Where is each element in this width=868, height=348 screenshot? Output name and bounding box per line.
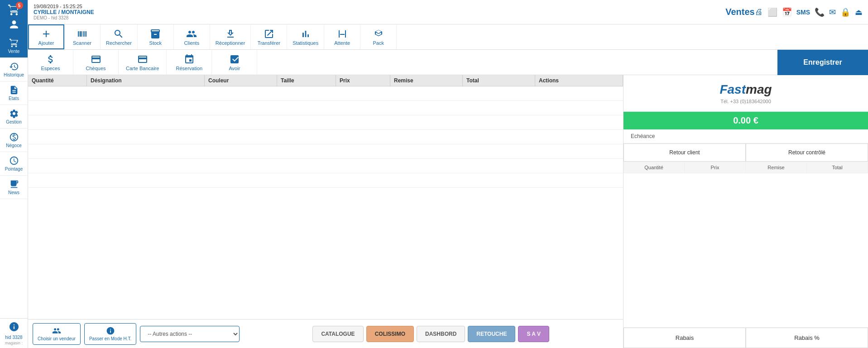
- right-col-prix: Prix: [685, 162, 746, 173]
- quick-btn-catalogue[interactable]: CATALOGUE: [312, 326, 363, 342]
- toolbar-btn-clients[interactable]: Clients: [174, 24, 210, 49]
- exit-icon[interactable]: ⏏: [855, 7, 863, 17]
- table-body: [28, 86, 623, 319]
- payment-btn-reservation[interactable]: Réservation: [167, 50, 212, 75]
- sidebar-hid[interactable]: hid 3328: [5, 335, 22, 340]
- toolbar-stock-label: Stock: [149, 40, 162, 46]
- toolbar-pack-label: Pack: [373, 40, 384, 46]
- header-icons: 🖨 ⬜ 📅 SMS 📞 ✉ 🔒 ⏏: [755, 7, 863, 17]
- right-col-remise: Remise: [746, 162, 807, 173]
- right-table-body: [623, 173, 868, 327]
- lock-icon[interactable]: 🔒: [840, 7, 850, 17]
- sms-icon[interactable]: SMS: [796, 9, 810, 16]
- payment-btn-cheques[interactable]: Chèques: [73, 50, 119, 75]
- toolbar-btn-scanner[interactable]: Scanner: [64, 24, 101, 49]
- right-col-total: Total: [807, 162, 868, 173]
- payment-cheques-label: Chèques: [86, 66, 106, 71]
- payment-reservation-label: Réservation: [176, 66, 203, 71]
- col-quantite: Quantité: [28, 75, 87, 86]
- sidebar-magasin: magasin :: [5, 341, 23, 345]
- rabais-button[interactable]: Rabais: [623, 328, 746, 348]
- sidebar-item-negoce-label: Négoce: [6, 143, 21, 148]
- cart-icon-container[interactable]: 5: [8, 4, 20, 18]
- col-remise: Remise: [390, 75, 463, 86]
- toolbar-btn-attente[interactable]: Attente: [324, 24, 360, 49]
- table-row: [28, 159, 623, 173]
- toolbar: Ajouter Scanner Rechercher Stock Clients…: [28, 24, 868, 50]
- toolbar-btn-statistiques[interactable]: Statistiques: [287, 24, 324, 49]
- quick-area: CATALOGUE COLISSIMO DASHBORD RETOUCHE S …: [243, 321, 619, 347]
- toolbar-btn-ajouter[interactable]: Ajouter: [28, 24, 64, 49]
- echeance-label: Echéance: [631, 133, 655, 139]
- header-info: 19/08/2019 - 15:25:25 CYRILLE / MONTAIGN…: [34, 4, 720, 20]
- mode-ht-label: Passer en Mode H.T.: [89, 336, 131, 341]
- payment-btn-especes[interactable]: Especes: [28, 50, 73, 75]
- brand-logo: Fastmag: [631, 82, 861, 97]
- payment-row: Especes Chèques Carte Bancaire Réservati…: [28, 50, 868, 75]
- retour-client-button[interactable]: Retour client: [623, 143, 746, 162]
- sidebar-help-icon[interactable]: [9, 321, 19, 333]
- toolbar-attente-label: Attente: [334, 40, 350, 46]
- sidebar-item-negoce[interactable]: Négoce: [0, 129, 28, 152]
- toolbar-transferer-label: Transférer: [258, 40, 280, 46]
- calendar-icon[interactable]: 📅: [782, 7, 792, 17]
- toolbar-statistiques-label: Statistiques: [293, 40, 318, 46]
- sidebar-item-pointage[interactable]: Pointage: [0, 152, 28, 176]
- window-icon[interactable]: ⬜: [767, 7, 777, 17]
- rabais-percent-button[interactable]: Rabais %: [746, 328, 868, 348]
- total-bar: 0.00 €: [623, 112, 868, 129]
- payment-btn-carte-bancaire[interactable]: Carte Bancaire: [119, 50, 167, 75]
- sidebar-item-gestion[interactable]: Gestion: [0, 105, 28, 129]
- sidebar-item-etats[interactable]: Etats: [0, 81, 28, 105]
- quick-btn-dashboard[interactable]: DASHBORD: [417, 326, 465, 342]
- bottom-bar: Choisir un vendeur Passer en Mode H.T. -…: [28, 319, 623, 348]
- col-couleur: Couleur: [205, 75, 277, 86]
- retour-controle-button[interactable]: Retour contrôlé: [746, 143, 868, 162]
- header-datetime: 19/08/2019 - 15:25:25: [34, 4, 720, 9]
- mail-icon[interactable]: ✉: [829, 7, 836, 17]
- payment-carte-bancaire-label: Carte Bancaire: [126, 66, 159, 71]
- phone-icon[interactable]: 📞: [815, 7, 825, 17]
- payment-avoir-label: Avoir: [229, 66, 240, 71]
- sidebar-item-pointage-label: Pointage: [5, 167, 23, 172]
- right-footer: Rabais Rabais %: [623, 327, 868, 348]
- toolbar-btn-receptionner[interactable]: Réceptionner: [210, 24, 251, 49]
- col-total: Total: [463, 75, 535, 86]
- table-row: [28, 101, 623, 115]
- toolbar-btn-stock[interactable]: Stock: [138, 24, 174, 49]
- table-area: Quantité Désignation Couleur Taille Prix…: [28, 75, 623, 348]
- quick-btn-colissimo[interactable]: COLISSIMO: [366, 326, 414, 342]
- header-user: CYRILLE / MONTAIGNE: [34, 9, 720, 15]
- col-taille: Taille: [277, 75, 336, 86]
- toolbar-btn-pack[interactable]: Pack: [360, 24, 397, 49]
- sidebar-item-news[interactable]: News: [0, 176, 28, 199]
- sidebar-item-etats-label: Etats: [9, 96, 19, 101]
- table-row: [28, 86, 623, 101]
- sidebar-bottom: hid 3328 magasin :: [0, 318, 28, 348]
- col-actions: Actions: [535, 75, 623, 86]
- print-icon[interactable]: 🖨: [755, 7, 763, 17]
- table-row: [28, 130, 623, 144]
- right-panel: Fastmag Tél. +33 (0)183642000 0.00 € Ech…: [623, 75, 868, 348]
- cart-badge: 5: [16, 2, 23, 9]
- sidebar-item-vente-label: Vente: [8, 49, 20, 54]
- mode-ht-button[interactable]: Passer en Mode H.T.: [84, 323, 136, 345]
- other-actions-select[interactable]: -- Autres actions --: [140, 326, 240, 342]
- sidebar-item-historique[interactable]: Historique: [0, 58, 28, 81]
- right-col-quantite: Quantité: [623, 162, 685, 173]
- payment-especes-label: Especes: [41, 66, 60, 71]
- quick-btn-retouche[interactable]: RETOUCHE: [468, 326, 515, 342]
- toolbar-ajouter-label: Ajouter: [38, 40, 54, 46]
- payment-btn-avoir[interactable]: Avoir: [212, 50, 257, 75]
- choose-vendor-button[interactable]: Choisir un vendeur: [33, 323, 81, 345]
- toolbar-btn-transferer[interactable]: Transférer: [251, 24, 287, 49]
- register-button[interactable]: Enregistrer: [777, 50, 868, 75]
- toolbar-btn-rechercher[interactable]: Rechercher: [101, 24, 138, 49]
- header: 19/08/2019 - 15:25:25 CYRILLE / MONTAIGN…: [28, 0, 868, 24]
- quick-btn-sav[interactable]: S A V: [518, 326, 549, 342]
- right-table-header: Quantité Prix Remise Total: [623, 162, 868, 173]
- table-row: [28, 144, 623, 159]
- sidebar-item-historique-label: Historique: [4, 72, 24, 77]
- sidebar-item-vente[interactable]: Vente: [0, 34, 28, 58]
- header-title: Ventes: [725, 7, 754, 17]
